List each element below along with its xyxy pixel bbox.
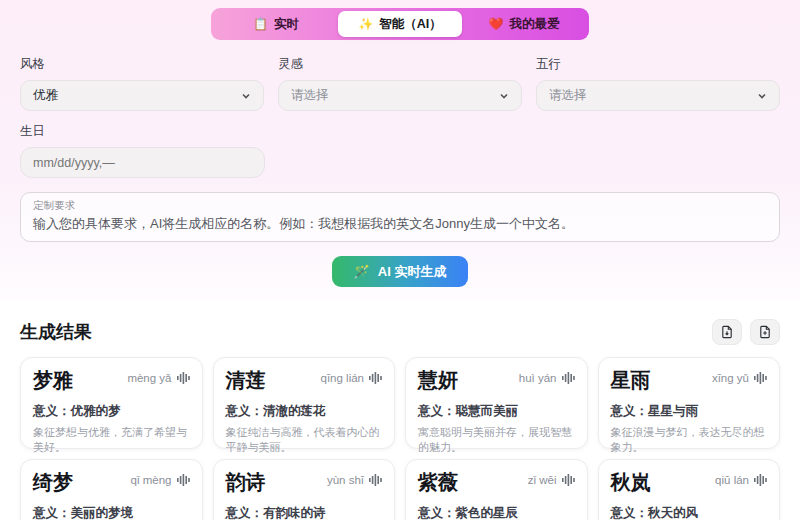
- name-text: 秋岚: [611, 471, 651, 493]
- clipboard-icon: 📋: [253, 18, 268, 30]
- tab-favorites-label: 我的最爱: [509, 16, 559, 33]
- style-select[interactable]: 优雅: [20, 80, 264, 111]
- name-text: 绮梦: [33, 471, 73, 493]
- audio-icon[interactable]: [754, 474, 767, 486]
- sparkles-icon: ✨: [358, 18, 373, 30]
- inspiration-field: 灵感 请选择: [278, 56, 522, 111]
- description-text: 寓意聪明与美丽并存，展现智慧的魅力。: [418, 425, 575, 455]
- meaning-text: 优雅的梦: [71, 404, 121, 418]
- meaning-text: 聪慧而美丽: [456, 404, 519, 418]
- name-text: 梦雅: [33, 369, 73, 391]
- audio-icon[interactable]: [177, 372, 190, 384]
- magic-wand-icon: 🪄: [354, 264, 370, 279]
- inspiration-label: 灵感: [278, 56, 522, 73]
- meaning-text: 清澈的莲花: [263, 404, 326, 418]
- meaning-label: 意义：: [418, 506, 456, 520]
- chevron-down-icon: [241, 91, 251, 101]
- export-csv-button[interactable]: [712, 319, 742, 345]
- meaning-label: 意义：: [418, 404, 456, 418]
- five-elements-field: 五行 请选择: [536, 56, 780, 111]
- generator-panel: 📋 实时 ✨ 智能（AI） ❤️ 我的最爱 风格 优雅 灵感 请选择: [0, 0, 800, 301]
- style-select-value: 优雅: [33, 87, 58, 104]
- name-card[interactable]: 慧妍 huì yán 意义：聪慧而美丽 寓意聪明与美丽并存，展现智慧的魅力。: [405, 357, 588, 449]
- name-text: 清莲: [226, 369, 266, 391]
- description-text: 象征纯洁与高雅，代表着内心的平静与美丽。: [226, 425, 383, 455]
- audio-icon[interactable]: [754, 372, 767, 384]
- results-title: 生成结果: [20, 320, 92, 344]
- meaning-text: 星星与雨: [648, 404, 698, 418]
- audio-icon[interactable]: [369, 474, 382, 486]
- meaning-text: 紫色的星辰: [456, 506, 519, 520]
- custom-requirements-textarea[interactable]: 定制要求 输入您的具体要求，AI将生成相应的名称。例如：我想根据我的英文名Jon…: [20, 192, 780, 242]
- meaning-label: 意义：: [611, 404, 649, 418]
- chevron-down-icon: [499, 91, 509, 101]
- name-text: 慧妍: [418, 369, 458, 391]
- mode-tabs: 📋 实时 ✨ 智能（AI） ❤️ 我的最爱: [211, 8, 589, 40]
- custom-requirements-placeholder: 输入您的具体要求，AI将生成相应的名称。例如：我想根据我的英文名Jonny生成一…: [33, 215, 767, 233]
- audio-icon[interactable]: [177, 474, 190, 486]
- name-card[interactable]: 韵诗 yùn shī 意义：有韵味的诗 寓意优雅且有深度，展现文雅与内涵。: [213, 459, 396, 520]
- meaning-text: 秋天的风: [648, 506, 698, 520]
- five-elements-select[interactable]: 请选择: [536, 80, 780, 111]
- pinyin-text: zǐ wēi: [528, 474, 557, 486]
- tab-realtime[interactable]: 📋 实时: [214, 11, 338, 37]
- audio-icon[interactable]: [562, 372, 575, 384]
- tab-ai-label: 智能（AI）: [379, 16, 442, 33]
- meaning-text: 有韵味的诗: [263, 506, 326, 520]
- name-card[interactable]: 星雨 xīng yǔ 意义：星星与雨 象征浪漫与梦幻，表达无尽的想象力。: [598, 357, 781, 449]
- style-label: 风格: [20, 56, 264, 73]
- name-text: 韵诗: [226, 471, 266, 493]
- heart-icon: ❤️: [489, 18, 504, 30]
- export-buttons: [712, 319, 780, 345]
- custom-requirements-label: 定制要求: [33, 199, 767, 213]
- style-field: 风格 优雅: [20, 56, 264, 111]
- file-download-icon: [720, 325, 734, 339]
- meaning-label: 意义：: [226, 404, 264, 418]
- inspiration-select[interactable]: 请选择: [278, 80, 522, 111]
- five-elements-select-placeholder: 请选择: [549, 87, 587, 104]
- ai-generate-button[interactable]: 🪄 AI 实时生成: [332, 256, 469, 287]
- audio-icon[interactable]: [562, 474, 575, 486]
- birthday-input[interactable]: [20, 147, 265, 178]
- audio-icon[interactable]: [369, 372, 382, 384]
- pinyin-text: xīng yǔ: [712, 372, 749, 384]
- pinyin-text: yùn shī: [327, 474, 364, 486]
- inspiration-select-placeholder: 请选择: [291, 87, 329, 104]
- name-card[interactable]: 清莲 qīng lián 意义：清澈的莲花 象征纯洁与高雅，代表着内心的平静与美…: [213, 357, 396, 449]
- meaning-label: 意义：: [33, 404, 71, 418]
- meaning-label: 意义：: [226, 506, 264, 520]
- meaning-label: 意义：: [33, 506, 71, 520]
- meaning-text: 美丽的梦境: [71, 506, 134, 520]
- description-text: 象征浪漫与梦幻，表达无尽的想象力。: [611, 425, 768, 455]
- name-text: 星雨: [611, 369, 651, 391]
- results-section: 生成结果 梦雅 mèng: [0, 301, 800, 520]
- name-card[interactable]: 梦雅 mèng yǎ 意义：优雅的梦 象征梦想与优雅，充满了希望与美好。: [20, 357, 203, 449]
- pinyin-text: qīng lián: [321, 372, 364, 384]
- five-elements-label: 五行: [536, 56, 780, 73]
- description-text: 象征梦想与优雅，充满了希望与美好。: [33, 425, 190, 455]
- export-add-button[interactable]: [750, 319, 780, 345]
- name-card[interactable]: 紫薇 zǐ wēi 意义：紫色的星辰 象征高贵与神秘，代表宁静和美丽的气质。: [405, 459, 588, 520]
- birthday-label: 生日: [20, 123, 780, 140]
- pinyin-text: huì yán: [519, 372, 557, 384]
- chevron-down-icon: [757, 91, 767, 101]
- results-grid: 梦雅 mèng yǎ 意义：优雅的梦 象征梦想与优雅，充满了希望与美好。 清莲 …: [20, 357, 780, 520]
- meaning-label: 意义：: [611, 506, 649, 520]
- tab-favorites[interactable]: ❤️ 我的最爱: [462, 11, 586, 37]
- pinyin-text: mèng yǎ: [127, 372, 171, 384]
- name-card[interactable]: 绮梦 qǐ mèng 意义：美丽的梦境 象征着五彩斑斓的梦想，充满幻想与期待。: [20, 459, 203, 520]
- birthday-field: 生日: [20, 123, 780, 178]
- file-plus-icon: [758, 325, 772, 339]
- tab-realtime-label: 实时: [274, 16, 299, 33]
- pinyin-text: qiū lán: [715, 474, 749, 486]
- name-card[interactable]: 秋岚 qiū lán 意义：秋天的风 象征着宁静的美丽，充满秋日的诗意。: [598, 459, 781, 520]
- ai-generate-button-label: AI 实时生成: [378, 263, 447, 281]
- name-text: 紫薇: [418, 471, 458, 493]
- tab-ai[interactable]: ✨ 智能（AI）: [338, 11, 462, 37]
- pinyin-text: qǐ mèng: [131, 474, 172, 486]
